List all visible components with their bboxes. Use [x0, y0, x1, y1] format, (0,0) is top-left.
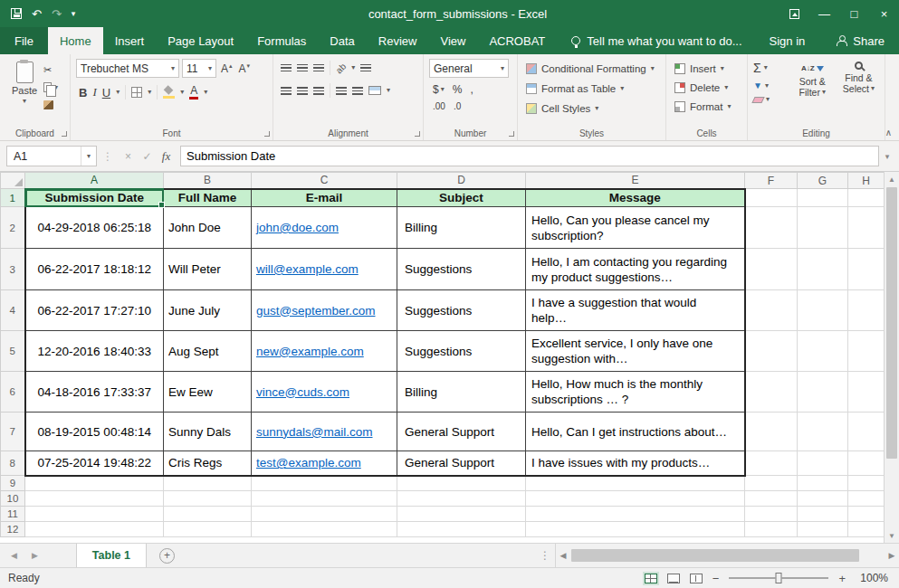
- underline-button[interactable]: U: [102, 86, 110, 100]
- email-link[interactable]: vince@cuds.com: [256, 385, 349, 399]
- row-header-3[interactable]: 3: [1, 249, 25, 290]
- cell-a1[interactable]: Submission Date: [25, 189, 164, 207]
- minimize-icon[interactable]: —: [809, 0, 839, 27]
- cell[interactable]: [848, 413, 885, 451]
- undo-icon[interactable]: ↶: [32, 8, 42, 20]
- cell[interactable]: [164, 522, 252, 537]
- cell-c7[interactable]: sunnydals@mail.com: [252, 413, 397, 451]
- tab-home[interactable]: Home: [48, 27, 103, 54]
- cell-b2[interactable]: John Doe: [164, 207, 252, 249]
- cell-b8[interactable]: Cris Regs: [164, 451, 252, 476]
- cell-c5[interactable]: new@example.com: [252, 331, 397, 372]
- row-header-6[interactable]: 6: [1, 372, 25, 413]
- clear-button[interactable]: ▾: [753, 96, 788, 103]
- paste-button[interactable]: Paste ▾: [5, 59, 43, 111]
- cell-e8[interactable]: I have issues with my products…: [526, 451, 745, 476]
- column-header-e[interactable]: E: [526, 173, 745, 189]
- find-select-button[interactable]: Find & Select▾: [837, 59, 880, 103]
- email-link[interactable]: sunnydals@mail.com: [256, 425, 373, 439]
- tell-me-box[interactable]: Tell me what you want to do...: [560, 34, 752, 48]
- cell[interactable]: [745, 491, 798, 507]
- cell-e4[interactable]: I have a suggestion that would help…: [526, 290, 745, 331]
- cell[interactable]: [745, 451, 798, 476]
- delete-cells-button[interactable]: Delete ▾: [672, 78, 742, 97]
- column-header-h[interactable]: H: [848, 173, 885, 189]
- cell-d4[interactable]: Suggestions: [397, 290, 526, 331]
- page-break-view-button[interactable]: [690, 574, 703, 583]
- cell-b5[interactable]: Aug Sept: [164, 331, 252, 372]
- share-button[interactable]: Share: [821, 34, 899, 48]
- email-link[interactable]: will@example.com: [256, 262, 359, 276]
- cell[interactable]: [745, 413, 798, 451]
- conditional-formatting-button[interactable]: Conditional Formatting ▾: [523, 59, 661, 79]
- email-link[interactable]: new@example.com: [256, 345, 364, 358]
- clipboard-dialog-launcher-icon[interactable]: [62, 131, 67, 137]
- cell[interactable]: [798, 331, 848, 372]
- cell-d2[interactable]: Billing: [397, 207, 526, 249]
- cell[interactable]: [848, 451, 885, 476]
- cell-d6[interactable]: Billing: [397, 372, 526, 413]
- cell[interactable]: [798, 476, 848, 491]
- dropdown-icon[interactable]: ▾: [351, 64, 355, 71]
- email-link[interactable]: gust@september.com: [256, 304, 376, 318]
- cell-styles-button[interactable]: Cell Styles ▾: [523, 99, 661, 119]
- cell-a2[interactable]: 04-29-2018 06:25:18: [25, 207, 164, 249]
- cell-e7[interactable]: Hello, Can I get instructions about…: [526, 413, 745, 451]
- cell-c8[interactable]: test@example.com: [252, 451, 397, 476]
- align-middle-button[interactable]: [297, 64, 308, 72]
- dropdown-icon[interactable]: ▾: [116, 89, 120, 96]
- close-icon[interactable]: ×: [869, 0, 899, 27]
- name-box-dropdown-icon[interactable]: ▾: [81, 147, 96, 166]
- cell[interactable]: [848, 207, 885, 249]
- tab-page-layout[interactable]: Page Layout: [156, 27, 245, 54]
- cell[interactable]: [25, 522, 164, 537]
- zoom-slider[interactable]: [729, 577, 828, 579]
- column-header-d[interactable]: D: [397, 173, 526, 189]
- borders-button[interactable]: [131, 87, 142, 98]
- cell-a4[interactable]: 06-22-2017 17:27:10: [25, 290, 164, 331]
- dropdown-icon[interactable]: ▾: [180, 89, 184, 96]
- cell[interactable]: [848, 372, 885, 413]
- cell[interactable]: [745, 522, 798, 537]
- sheet-tab-table1[interactable]: Table 1: [76, 544, 147, 567]
- format-as-table-button[interactable]: Format as Table ▾: [523, 79, 661, 99]
- cell-d5[interactable]: Suggestions: [397, 331, 526, 372]
- comma-style-button[interactable]: ,: [470, 83, 473, 96]
- select-all-button[interactable]: [1, 173, 25, 189]
- cell[interactable]: [798, 413, 848, 451]
- collapse-ribbon-icon[interactable]: ∧: [885, 128, 892, 138]
- formula-bar-splitter[interactable]: ⋮: [97, 150, 119, 163]
- row-header-9[interactable]: 9: [1, 476, 25, 491]
- cell[interactable]: [798, 290, 848, 331]
- cell[interactable]: [397, 507, 526, 522]
- column-header-c[interactable]: C: [252, 173, 397, 189]
- format-cells-button[interactable]: Format ▾: [672, 97, 742, 116]
- sign-in-button[interactable]: Sign in: [753, 34, 822, 48]
- cell-d8[interactable]: General Support: [397, 451, 526, 476]
- cell[interactable]: [252, 522, 397, 537]
- cell[interactable]: [798, 491, 848, 507]
- email-link[interactable]: john@doe.com: [256, 221, 339, 234]
- bold-button[interactable]: B: [79, 86, 87, 100]
- font-size-select[interactable]: 11▾: [182, 59, 216, 78]
- cell-c1[interactable]: E-mail: [252, 189, 397, 207]
- merge-center-button[interactable]: [368, 86, 381, 95]
- cell[interactable]: [252, 507, 397, 522]
- save-icon[interactable]: [11, 8, 22, 19]
- percent-style-button[interactable]: %: [453, 83, 463, 96]
- column-header-b[interactable]: B: [164, 173, 252, 189]
- email-link[interactable]: test@example.com: [256, 456, 361, 469]
- italic-button[interactable]: I: [92, 85, 96, 100]
- cell[interactable]: [848, 476, 885, 491]
- cell[interactable]: [848, 522, 885, 537]
- zoom-slider-thumb[interactable]: [776, 573, 782, 583]
- cell-a5[interactable]: 12-20-2016 18:40:33: [25, 331, 164, 372]
- tab-formulas[interactable]: Formulas: [245, 27, 318, 54]
- cell[interactable]: [526, 507, 745, 522]
- cell-e3[interactable]: Hello, I am contacting you regarding my …: [526, 249, 745, 290]
- horizontal-scrollbar[interactable]: ◀ ▶: [555, 544, 899, 567]
- cell-c6[interactable]: vince@cuds.com: [252, 372, 397, 413]
- tab-splitter-icon[interactable]: ⋮: [535, 549, 555, 562]
- row-header-2[interactable]: 2: [1, 207, 25, 249]
- decrease-decimal-button[interactable]: .0: [454, 101, 461, 111]
